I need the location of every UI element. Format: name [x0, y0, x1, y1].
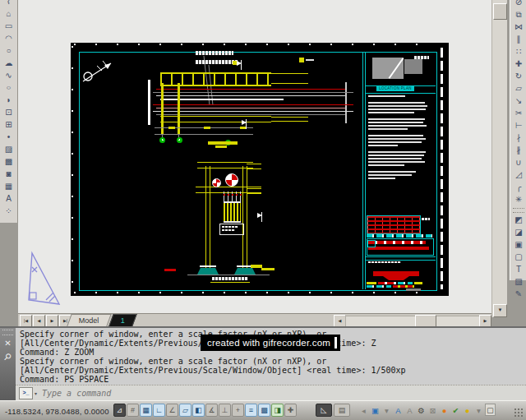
- hatch-icon[interactable]: ▨: [2, 144, 16, 156]
- transparency-toggle[interactable]: ▩: [258, 404, 270, 417]
- command-dock-strip[interactable]: ✕ ⚲: [0, 328, 16, 400]
- toolbar-lock-icon[interactable]: ⊠: [427, 404, 438, 418]
- fillet-icon[interactable]: ╭: [512, 182, 526, 194]
- grid-toggle[interactable]: ▦: [140, 404, 152, 417]
- insert-block-icon[interactable]: ⊡: [2, 107, 16, 119]
- copy-icon[interactable]: ⧉: [512, 9, 526, 21]
- hscroll-right-button[interactable]: ▶: [479, 315, 491, 327]
- ellipse-arc-icon[interactable]: ◗: [2, 95, 16, 107]
- osnap-3d-toggle[interactable]: ◧: [192, 404, 205, 417]
- hscroll-left-button[interactable]: ◀: [334, 315, 346, 327]
- region-icon[interactable]: ◙: [2, 168, 16, 181]
- polygon-icon[interactable]: ⌂: [2, 8, 16, 21]
- vertical-scrollbar[interactable]: ▼: [491, 0, 507, 317]
- selection-cycling-toggle[interactable]: ✚: [284, 404, 297, 417]
- offset-icon[interactable]: ∥: [512, 34, 526, 46]
- lineweight-toggle[interactable]: ≡: [245, 404, 257, 417]
- viewport-prev-icon[interactable]: ◂: [358, 404, 369, 418]
- ellipse-icon[interactable]: ○: [2, 84, 16, 93]
- bring-to-front-icon[interactable]: ◩: [512, 215, 526, 227]
- send-under-icon[interactable]: ▢: [512, 252, 526, 264]
- vscroll-down-button[interactable]: ▼: [493, 304, 507, 317]
- toolbar-grip[interactable]: [513, 208, 524, 213]
- break-at-point-icon[interactable]: ∤: [512, 132, 526, 145]
- dynamic-ucs-toggle[interactable]: ⊥: [219, 404, 231, 417]
- otrack-toggle[interactable]: ∡: [205, 404, 218, 417]
- send-to-back-icon[interactable]: ◪: [512, 227, 526, 239]
- prev-layout-button[interactable]: ◀: [33, 315, 45, 327]
- stretch-icon[interactable]: ↘: [512, 95, 526, 108]
- tab-model[interactable]: Model: [67, 314, 111, 326]
- quick-view-layouts-button[interactable]: ▤: [334, 404, 350, 417]
- revcloud-icon[interactable]: ☁: [2, 58, 16, 70]
- move-icon[interactable]: ✚: [512, 58, 526, 71]
- make-block-icon[interactable]: ⊞: [2, 119, 16, 132]
- scale-icon[interactable]: ▱: [512, 83, 526, 95]
- command-prompt-icon[interactable]: >_: [19, 387, 33, 399]
- titleblock-text: [368, 261, 401, 263]
- elev-line-pink: [156, 108, 345, 108]
- status-menu-arrow-icon[interactable]: ▾: [473, 404, 484, 418]
- performance-tuner-icon[interactable]: ●: [439, 404, 450, 418]
- command-history-line: Specify corner of window, enter a scale …: [20, 357, 526, 366]
- text-to-front-icon[interactable]: T: [512, 264, 526, 276]
- annotation-scale-icon[interactable]: ▣: [370, 404, 381, 418]
- table-icon[interactable]: ▦: [2, 181, 16, 193]
- survey-point: [177, 137, 182, 143]
- annotation-autoscale-icon[interactable]: A: [404, 404, 415, 418]
- chamfer-icon[interactable]: ◿: [512, 169, 526, 182]
- annotation-visibility-icon[interactable]: A: [393, 404, 404, 418]
- command-input[interactable]: [40, 388, 526, 399]
- arc-icon[interactable]: ◠: [2, 33, 16, 45]
- command-dock-grip[interactable]: [2, 330, 13, 335]
- statusbar-grip[interactable]: [514, 408, 524, 418]
- annotation-menu-icon[interactable]: ▾: [381, 404, 392, 418]
- mirror-icon[interactable]: ⋈: [512, 21, 526, 34]
- paper-model-toggle[interactable]: ◺: [316, 404, 332, 417]
- clean-screen-icon[interactable]: ▢: [485, 404, 496, 416]
- next-layout-button[interactable]: ▶: [46, 315, 58, 327]
- horizontal-scrollbar[interactable]: [345, 316, 480, 327]
- array-icon[interactable]: ∷: [512, 46, 526, 58]
- tab-layout-1[interactable]: 1: [108, 314, 136, 326]
- erase-icon[interactable]: ⊘: [512, 0, 526, 9]
- first-layout-button[interactable]: |◀: [20, 315, 32, 327]
- annotation-front-icon[interactable]: ✎: [512, 288, 526, 301]
- hatch-to-back-icon[interactable]: ▨: [512, 276, 526, 288]
- circle-icon[interactable]: ○: [2, 45, 16, 58]
- mtext-icon[interactable]: A: [2, 193, 16, 205]
- explode-icon[interactable]: ✳: [512, 194, 526, 206]
- trim-icon[interactable]: ✂: [512, 108, 526, 120]
- xs-title-text: [212, 277, 248, 280]
- rectangle-icon[interactable]: ▭: [2, 21, 16, 33]
- rotate-icon[interactable]: ↻: [512, 71, 526, 83]
- spline-icon[interactable]: ∿: [2, 70, 16, 82]
- workspace-switching-icon[interactable]: ⚙: [416, 404, 427, 418]
- point-icon[interactable]: •: [2, 132, 16, 144]
- online-status-icon[interactable]: ✔: [450, 404, 461, 418]
- isolate-objects-icon[interactable]: ●: [462, 404, 473, 418]
- elev-top-beam-ext: [271, 73, 308, 84]
- polyline-icon[interactable]: ⌇: [2, 0, 16, 8]
- gradient-icon[interactable]: ▩: [2, 156, 16, 168]
- add-selected-icon[interactable]: ⁘: [2, 205, 16, 218]
- infer-constraints-toggle[interactable]: ⊿: [113, 404, 126, 417]
- status-bar: -118.5324, 978.0488, 0.0000 ⊿#▦∟∠▱◧∡⊥+≡▩…: [0, 400, 526, 420]
- ortho-toggle[interactable]: ∟: [153, 404, 165, 417]
- hscroll-thumb[interactable]: [415, 315, 436, 327]
- dynamic-input-toggle[interactable]: +: [232, 404, 244, 417]
- command-prompt-dropdown-icon[interactable]: ▾: [35, 390, 37, 396]
- join-icon[interactable]: ∪: [512, 157, 526, 169]
- drawing-canvas[interactable]: LOCATION PLAN: [18, 0, 491, 313]
- extend-icon[interactable]: ⊢: [512, 120, 526, 132]
- draw-toolbar: ⌇⌂▭◠○☁∿○◗⊡⊞•▨▩◙▦A⁘: [0, 0, 18, 223]
- osnap-toggle[interactable]: ▱: [179, 404, 191, 417]
- bring-above-icon[interactable]: ▣: [512, 239, 526, 252]
- quick-properties-toggle[interactable]: ◨: [271, 404, 284, 417]
- vscroll-thumb[interactable]: [493, 3, 507, 20]
- modify-toolbar: ⊘⧉⋈∥∷✚↻▱↘✂⊢∤∦∪◿╭✳ ◩◪▣▢T▨✎: [510, 0, 526, 280]
- snap-toggle[interactable]: #: [127, 404, 139, 417]
- polar-tracking-toggle[interactable]: ∠: [166, 404, 178, 417]
- approval-row: [368, 241, 426, 244]
- break-icon[interactable]: ∦: [512, 145, 526, 157]
